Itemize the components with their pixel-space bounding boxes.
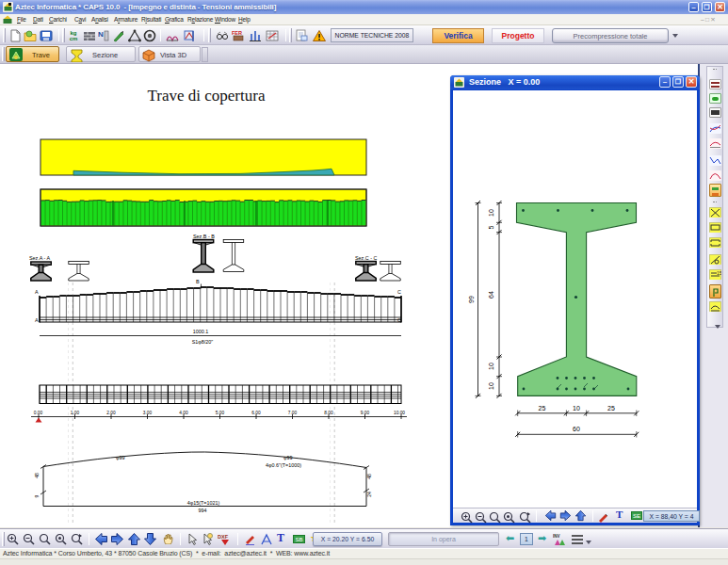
svg-text:2.00: 2.00 [106,411,116,415]
svg-text:24: 24 [366,492,372,497]
svg-text:994: 994 [199,508,207,513]
svg-text:INV: INV [553,534,560,539]
svg-text:Sez.A - A: Sez.A - A [29,255,51,261]
svg-text:B: B [196,279,200,284]
svg-text:10: 10 [488,382,494,390]
svg-text:25: 25 [539,405,546,412]
svg-text:A: A [35,317,39,323]
svg-text:4φ15(T=1021): 4φ15(T=1021) [187,500,220,506]
svg-text:FER: FER [232,30,242,36]
svg-text:A: A [35,289,39,295]
svg-text:φ99: φ99 [116,455,125,460]
svg-text:DXF: DXF [218,534,229,540]
svg-text:10: 10 [488,363,494,370]
svg-text:0.00: 0.00 [34,411,43,415]
svg-text:6.00: 6.00 [251,411,261,415]
svg-text:48: 48 [34,473,40,478]
svg-text:64: 64 [488,291,494,299]
svg-text:48: 48 [366,474,372,479]
svg-text:60: 60 [573,426,580,432]
svg-text:99: 99 [468,296,475,303]
svg-text:Sez.C - C: Sez.C - C [355,255,377,261]
svg-text:4.00: 4.00 [179,411,188,415]
svg-text:15: 15 [717,270,721,276]
svg-text:φ99: φ99 [283,455,293,460]
svg-text:25: 25 [607,405,615,412]
svg-text:7.00: 7.00 [288,411,298,415]
svg-text:1.00: 1.00 [71,411,80,415]
svg-text:Trave di copertura: Trave di copertura [148,87,266,105]
svg-text:10.00: 10.00 [394,411,405,415]
svg-text:1000.1: 1000.1 [193,329,209,334]
svg-text:10: 10 [488,209,494,217]
svg-text:9.00: 9.00 [361,411,370,415]
svg-text:8.00: 8.00 [324,411,333,415]
svg-text:S1φ8/20": S1φ8/20" [192,339,214,345]
svg-text:5: 5 [488,225,494,229]
svg-text:4φ0.6"(T=1000): 4φ0.6"(T=1000) [266,462,301,468]
svg-text:C: C [397,317,401,323]
svg-text:5.00: 5.00 [216,411,225,415]
svg-text:Sez.B - B: Sez.B - B [193,234,215,239]
svg-text:9: 9 [34,494,40,497]
svg-text:10: 10 [573,405,580,412]
svg-text:N: N [98,30,104,39]
svg-text:3.00: 3.00 [143,411,153,415]
svg-text:C: C [397,289,401,295]
